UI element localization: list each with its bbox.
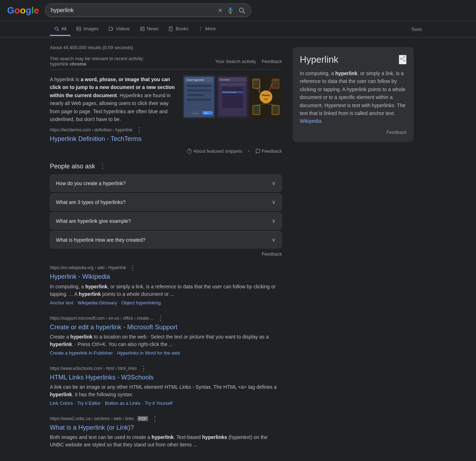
result-desc-microsoft: Create a hyperlink to a location on the … [50, 333, 282, 348]
result-link-ms-publisher[interactable]: Create a hyperlink in Publisher [50, 350, 113, 356]
result-title-link-wikipedia[interactable]: Hyperlink - Wikipedia [50, 273, 110, 280]
svg-point-70 [403, 56, 405, 58]
snippet-title-link[interactable]: Hyperlink Definition - TechTerms [50, 135, 142, 142]
svg-line-73 [402, 59, 403, 60]
paa-item-2[interactable]: What are hyperlink give example? ∨ [50, 212, 282, 230]
result-bold-2: hyperlink [79, 291, 101, 297]
tab-news-label: News [147, 26, 159, 31]
svg-rect-58 [253, 105, 260, 115]
result-url-wikipedia: https://en.wikipedia.org › wiki › Hyperl… [50, 265, 126, 270]
result-item-microsoft: https://support.microsoft.com › en-us › … [50, 314, 282, 356]
result-link-link-colors[interactable]: Link Colors [50, 400, 73, 406]
tab-books[interactable]: Books [164, 22, 193, 36]
result-title-w3schools: HTML Links Hyperlinks - W3Schools [50, 373, 282, 382]
voice-search-button[interactable] [227, 7, 234, 14]
search-bar[interactable]: ✕ [45, 4, 251, 17]
svg-rect-19 [185, 77, 213, 116]
svg-marker-10 [112, 28, 113, 30]
paa-item-1[interactable]: What are 3 types of hyperlinks? ∨ [50, 193, 282, 211]
result-link-tryit-editor[interactable]: Try it Editor [77, 400, 101, 406]
svg-rect-59 [272, 105, 279, 115]
result-link-try-yourself[interactable]: Try it Yourself [145, 400, 172, 406]
result-link-object-hyperlinking[interactable]: Object hyperlinking [121, 300, 161, 306]
ms-bold-2: hyperlink [50, 341, 72, 347]
svg-rect-55 [273, 80, 278, 81]
paa-header: People also ask ⋮ [50, 162, 282, 170]
tab-news[interactable]: News [136, 22, 163, 36]
paa-question-2[interactable]: What are hyperlink give example? ∨ [50, 213, 282, 229]
snippet-image-3-svg: Home page [250, 75, 282, 118]
result-title-link-unbc[interactable]: What is a Hyperlink (or Link)? [50, 424, 134, 431]
result-more-options-microsoft[interactable]: ⋮ [157, 314, 164, 322]
result-more-options-unbc[interactable]: ⋮ [152, 415, 158, 423]
result-links-wikipedia: Anchor text · Wikipedia:Glossary · Objec… [50, 300, 282, 306]
your-search-activity-link[interactable]: Your Search activity [215, 59, 256, 64]
svg-line-74 [402, 57, 403, 58]
result-link-anchor-text[interactable]: Anchor text [50, 300, 73, 306]
tools-tab[interactable]: Tools [407, 23, 426, 36]
result-item-wikipedia: https://en.wikipedia.org › wiki › Hyperl… [50, 264, 282, 305]
snippet-image-3[interactable]: Home page [250, 75, 282, 118]
paa-chevron-0: ∨ [272, 180, 276, 187]
paa-item-0[interactable]: How do you create a hyperlink? ∨ [50, 174, 282, 192]
tab-videos[interactable]: Videos [104, 22, 134, 36]
snippet-image-2[interactable]: Document Edit the hyperlink [216, 75, 249, 118]
activity-chrome: chrome [70, 61, 87, 67]
activity-feedback-link[interactable]: Feedback [262, 59, 282, 64]
tab-images-label: Images [83, 26, 99, 31]
activity-link[interactable]: hyperlink chrome [50, 61, 87, 67]
snippet-feedback-link[interactable]: Feedback [255, 148, 282, 154]
paa-chevron-1: ∨ [272, 199, 276, 205]
snippet-image-1[interactable]: Insert Hyperlink OK Cancel [183, 75, 215, 118]
kp-bold-1: hyperlink [335, 70, 357, 76]
svg-rect-53 [253, 84, 257, 85]
svg-text:Edit the hyperlink: Edit the hyperlink [223, 91, 237, 93]
sep5: · [102, 400, 104, 406]
result-title-link-microsoft[interactable]: Create or edit a hyperlink - Microsoft S… [50, 324, 177, 331]
result-desc-wikipedia: In computing, a hyperlink, or simply a l… [50, 283, 282, 298]
paa-item-3[interactable]: What is hyperlink How are they created? … [50, 231, 282, 248]
svg-point-60 [260, 90, 272, 103]
people-also-ask-section: People also ask ⋮ How do you create a hy… [50, 162, 282, 257]
kp-share-button[interactable] [399, 55, 407, 64]
result-more-options-w3schools[interactable]: ⋮ [140, 365, 147, 372]
clear-button[interactable]: ✕ [218, 7, 223, 14]
result-desc-unbc: Both images and text can be used to crea… [50, 434, 282, 449]
result-more-options-wikipedia[interactable]: ⋮ [130, 264, 136, 272]
result-url-row-wikipedia: https://en.wikipedia.org › wiki › Hyperl… [50, 264, 282, 272]
sep2: · [119, 300, 120, 306]
svg-rect-0 [229, 7, 231, 11]
result-url-unbc: https://www2.unbc.ca › sections › web › … [50, 416, 134, 421]
tab-books-label: Books [176, 26, 188, 31]
snippet-image-2-svg: Document Edit the hyperlink [216, 75, 249, 118]
paa-feedback[interactable]: Feedback [50, 251, 282, 257]
activity-bar: This search may be relevant to recent ac… [50, 53, 282, 70]
result-url-row-microsoft: https://support.microsoft.com › en-us › … [50, 314, 282, 322]
snippet-more-options[interactable]: ⋮ [136, 126, 142, 134]
paa-question-1[interactable]: What are 3 types of hyperlinks? ∨ [50, 194, 282, 210]
result-link-glossary[interactable]: Wikipedia:Glossary [78, 300, 117, 306]
svg-rect-15 [169, 27, 172, 31]
result-link-button-links[interactable]: Button as a Links [105, 400, 141, 406]
paa-chevron-3: ∨ [272, 236, 276, 243]
unbc-bold-1: hyperlink [152, 434, 174, 440]
kp-description: In computing, a hyperlink, or simply a l… [300, 69, 407, 125]
result-title-link-w3schools[interactable]: HTML Links Hyperlinks - W3Schools [50, 374, 153, 381]
about-featured-snippets-link[interactable]: ? About featured snippets [187, 148, 242, 154]
kp-feedback[interactable]: Feedback [300, 130, 407, 135]
svg-rect-50 [253, 80, 259, 81]
result-url-w3schools: https://www.w3schools.com › html › html_… [50, 366, 137, 371]
dot-separator: • [248, 148, 250, 154]
paa-question-1-text: What are 3 types of hyperlinks? [56, 199, 126, 205]
tab-more[interactable]: ⋮ More [194, 22, 220, 36]
paa-more-options[interactable]: ⋮ [99, 162, 106, 170]
snippet-bold: a word, phrase, or image that you can cl… [50, 77, 175, 98]
search-input[interactable] [51, 7, 215, 14]
paa-question-3[interactable]: What is hyperlink How are they created? … [50, 231, 282, 248]
search-button[interactable] [238, 7, 245, 14]
tab-images[interactable]: Images [72, 22, 103, 36]
tab-all[interactable]: All [50, 22, 70, 36]
result-link-ms-word[interactable]: Hyperlinks in Word for the web [117, 350, 180, 356]
paa-question-0[interactable]: How do you create a hyperlink? ∨ [50, 175, 282, 192]
kp-wikipedia-link[interactable]: Wikipedia [300, 118, 321, 124]
